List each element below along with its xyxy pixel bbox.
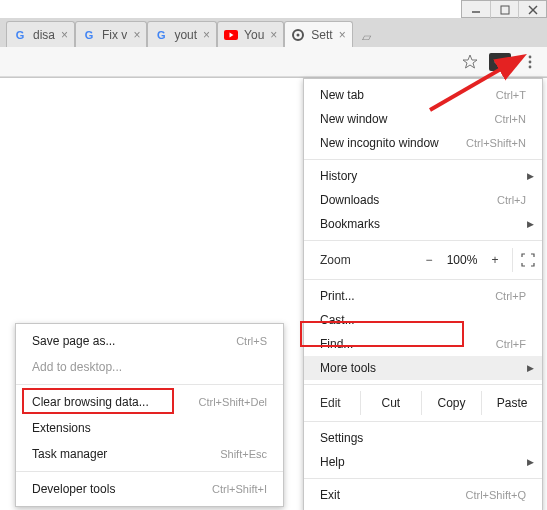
menu-zoom-row: Zoom − 100% +: [304, 245, 542, 275]
tab-3[interactable]: You ×: [217, 21, 284, 47]
menu-item-shortcut: Ctrl+P: [495, 290, 526, 302]
submenu-clear-browsing-data[interactable]: Clear browsing data... Ctrl+Shift+Del: [16, 389, 283, 415]
menu-item-label: Settings: [320, 431, 363, 445]
menu-item-label: New tab: [320, 88, 364, 102]
tab-close-icon[interactable]: ×: [61, 28, 68, 42]
browser-toolbar: [0, 47, 547, 77]
menu-separator: [304, 478, 542, 479]
plus-icon: +: [491, 253, 498, 267]
menu-separator: [304, 159, 542, 160]
tab-2[interactable]: G yout ×: [147, 21, 217, 47]
tab-close-icon[interactable]: ×: [270, 28, 277, 42]
menu-item-label: Zoom: [320, 253, 351, 267]
menu-separator: [16, 471, 283, 472]
edit-cut-button[interactable]: Cut: [360, 391, 421, 415]
menu-item-label: Task manager: [32, 447, 107, 461]
menu-item-label: Developer tools: [32, 482, 115, 496]
menu-cast[interactable]: Cast...: [304, 308, 542, 332]
menu-item-label: More tools: [320, 361, 376, 375]
menu-item-label: Bookmarks: [320, 217, 380, 231]
submenu-arrow-icon: ▶: [527, 363, 534, 373]
menu-separator: [304, 240, 542, 241]
fullscreen-button[interactable]: [512, 248, 542, 272]
more-tools-submenu: Save page as... Ctrl+S Add to desktop...…: [15, 323, 284, 507]
menu-history[interactable]: History ▶: [304, 164, 542, 188]
menu-exit[interactable]: Exit Ctrl+Shift+Q: [304, 483, 542, 507]
menu-edit-row: Edit Cut Copy Paste: [304, 389, 542, 417]
window-minimize-button[interactable]: [462, 1, 490, 19]
menu-settings[interactable]: Settings: [304, 426, 542, 450]
menu-item-label: Downloads: [320, 193, 379, 207]
menu-find[interactable]: Find... Ctrl+F: [304, 332, 542, 356]
menu-downloads[interactable]: Downloads Ctrl+J: [304, 188, 542, 212]
new-tab-button[interactable]: ▱: [357, 27, 377, 47]
menu-item-shortcut: Ctrl+Shift+N: [466, 137, 526, 149]
submenu-arrow-icon: ▶: [527, 457, 534, 467]
tab-close-icon[interactable]: ×: [133, 28, 140, 42]
submenu-save-page[interactable]: Save page as... Ctrl+S: [16, 328, 283, 354]
edit-paste-button[interactable]: Paste: [481, 391, 542, 415]
menu-item-label: Save page as...: [32, 334, 115, 348]
menu-new-incognito[interactable]: New incognito window Ctrl+Shift+N: [304, 131, 542, 155]
menu-help[interactable]: Help ▶: [304, 450, 542, 474]
google-favicon-icon: G: [13, 28, 27, 42]
chrome-menu-button[interactable]: [521, 53, 539, 71]
tab-close-icon[interactable]: ×: [339, 28, 346, 42]
svg-point-10: [499, 60, 502, 63]
window-maximize-button[interactable]: [490, 1, 518, 19]
tab-0[interactable]: G disa ×: [6, 21, 75, 47]
svg-point-7: [297, 33, 300, 36]
tab-close-icon[interactable]: ×: [203, 28, 210, 42]
menu-item-shortcut: Ctrl+Shift+Del: [199, 396, 267, 408]
menu-item-label: Find...: [320, 337, 353, 351]
menu-item-shortcut: Ctrl+Shift+I: [212, 483, 267, 495]
menu-separator: [16, 384, 283, 385]
svg-point-12: [529, 55, 532, 58]
menu-item-label: Add to desktop...: [32, 360, 122, 374]
google-favicon-icon: G: [154, 28, 168, 42]
youtube-favicon-icon: [224, 28, 238, 42]
submenu-task-manager[interactable]: Task manager Shift+Esc: [16, 441, 283, 467]
svg-point-11: [503, 60, 506, 63]
menu-print[interactable]: Print... Ctrl+P: [304, 284, 542, 308]
submenu-extensions[interactable]: Extensions: [16, 415, 283, 441]
tab-strip: G disa × G Fix v × G yout × You × Sett ×…: [0, 18, 547, 47]
svg-point-9: [495, 60, 498, 63]
submenu-arrow-icon: ▶: [527, 171, 534, 181]
svg-marker-8: [463, 55, 477, 68]
tab-4-settings[interactable]: Sett ×: [284, 21, 352, 47]
menu-item-label: History: [320, 169, 357, 183]
edit-copy-button[interactable]: Copy: [421, 391, 482, 415]
menu-item-label: Help: [320, 455, 345, 469]
window-close-button[interactable]: [518, 1, 546, 19]
menu-new-tab[interactable]: New tab Ctrl+T: [304, 83, 542, 107]
menu-more-tools[interactable]: More tools ▶: [304, 356, 542, 380]
tab-title: Fix v: [102, 28, 127, 42]
submenu-add-desktop[interactable]: Add to desktop...: [16, 354, 283, 380]
svg-point-14: [529, 65, 532, 68]
menu-bookmarks[interactable]: Bookmarks ▶: [304, 212, 542, 236]
zoom-in-button[interactable]: +: [482, 248, 508, 272]
tab-1[interactable]: G Fix v ×: [75, 21, 147, 47]
menu-item-shortcut: Ctrl+J: [497, 194, 526, 206]
tab-title: Sett: [311, 28, 332, 42]
menu-item-label: Cast...: [320, 313, 355, 327]
extension-button[interactable]: [489, 53, 511, 71]
menu-separator: [304, 384, 542, 385]
menu-item-label: Print...: [320, 289, 355, 303]
menu-item-label: Clear browsing data...: [32, 395, 149, 409]
zoom-value: 100%: [442, 253, 482, 267]
menu-item-shortcut: Ctrl+T: [496, 89, 526, 101]
bookmark-star-icon[interactable]: [461, 53, 479, 71]
svg-rect-1: [501, 6, 509, 14]
gear-favicon-icon: [291, 28, 305, 42]
minus-icon: −: [425, 253, 432, 267]
menu-new-window[interactable]: New window Ctrl+N: [304, 107, 542, 131]
tab-title: You: [244, 28, 264, 42]
zoom-out-button[interactable]: −: [416, 248, 442, 272]
menu-item-label: Extensions: [32, 421, 91, 435]
menu-item-shortcut: Ctrl+S: [236, 335, 267, 347]
submenu-developer-tools[interactable]: Developer tools Ctrl+Shift+I: [16, 476, 283, 502]
menu-item-label: New incognito window: [320, 136, 439, 150]
menu-separator: [304, 279, 542, 280]
